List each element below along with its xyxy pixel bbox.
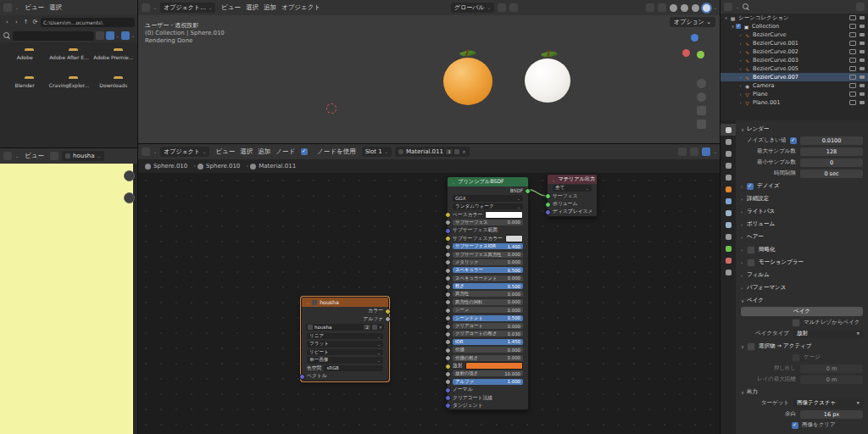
- node-input-row[interactable]: ノーマル ノーマル: [448, 386, 528, 393]
- source-dropdown[interactable]: 単一画像⌄: [302, 356, 388, 364]
- material-datablock[interactable]: Material.011 3 ✕: [395, 147, 470, 157]
- property-row[interactable]: ケージ ▼ ケージ: [736, 352, 868, 363]
- unlink-icon[interactable]: ✕: [379, 325, 382, 330]
- panel-arrow-icon[interactable]: ›: [741, 286, 747, 291]
- input-socket[interactable]: [545, 202, 551, 208]
- chevron-down-icon[interactable]: ⌄: [714, 149, 717, 154]
- properties-tab[interactable]: [721, 183, 736, 195]
- viewport-visibility-icon[interactable]: [849, 66, 856, 71]
- input-socket[interactable]: [445, 315, 451, 321]
- value-field[interactable]: 0 m▼: [800, 364, 863, 373]
- input-socket[interactable]: [445, 339, 451, 345]
- properties-tab[interactable]: [721, 266, 736, 278]
- display-list-icon[interactable]: [96, 31, 104, 40]
- material-output-node[interactable]: ⌄マテリアル出力 全て⌄ サーフェス ボリューム: [547, 174, 598, 217]
- properties-tab[interactable]: [721, 159, 736, 171]
- property-row[interactable]: ∨ 選択物 → アクティブ ▼ 選択物 → アクティブ: [736, 341, 868, 352]
- checkbox[interactable]: [747, 342, 755, 351]
- toggle-perspective-icon[interactable]: [697, 120, 706, 129]
- input-socket[interactable]: [445, 348, 451, 353]
- outliner-item[interactable]: › BezierCurve.005: [721, 64, 868, 73]
- bake-button[interactable]: ベイク: [741, 307, 863, 316]
- outliner-item[interactable]: ∨ シーンコレクション: [721, 14, 868, 22]
- output-socket[interactable]: [385, 309, 391, 314]
- render-visibility-icon[interactable]: [860, 16, 865, 19]
- node-slider[interactable]: メタリック0.000: [453, 259, 523, 265]
- panel-arrow-icon[interactable]: ›: [741, 273, 747, 278]
- axis-y[interactable]: [697, 51, 704, 58]
- panel-arrow-icon[interactable]: ›: [741, 222, 747, 227]
- property-row[interactable]: 押し出し 0 m▼ 押し出し: [736, 363, 868, 374]
- editor-type-icon[interactable]: [724, 3, 732, 11]
- expand-arrow-icon[interactable]: ∨: [730, 24, 736, 29]
- menu-item[interactable]: ビュー: [22, 152, 47, 160]
- node-input-row[interactable]: サブサーフェス範囲 サブサーフェス範囲: [448, 226, 528, 234]
- value-field[interactable]: 画像テクスチャ▼: [793, 399, 863, 408]
- outliner-item[interactable]: ∨ Collection: [721, 22, 868, 31]
- property-row[interactable]: › ボリューム ▼ ボリューム: [736, 219, 868, 230]
- render-visibility-icon[interactable]: [860, 75, 865, 79]
- menu-item[interactable]: 選択: [47, 3, 64, 12]
- property-row[interactable]: ∨ レンダー ▼ レンダー: [736, 124, 868, 135]
- breadcrumb[interactable]: Material.011›: [250, 163, 296, 170]
- input-socket[interactable]: [445, 371, 451, 377]
- options-dropdown[interactable]: オプション ⌄: [670, 17, 715, 27]
- shading-solid-icon[interactable]: [681, 4, 688, 12]
- viewport-visibility-icon[interactable]: [849, 49, 856, 54]
- outliner-item[interactable]: › BezierCurve.001: [721, 39, 868, 47]
- node-input-row[interactable]: クリアコート クリアコート0.000: [448, 322, 528, 330]
- render-visibility-icon[interactable]: [860, 33, 865, 36]
- node-header[interactable]: ⌄マテリアル出力: [548, 175, 597, 184]
- subsurface-method-dropdown[interactable]: ランダムウォーク⌄: [448, 203, 528, 211]
- property-row[interactable]: › モーションブラー ▼ モーションブラー: [736, 257, 868, 268]
- expand-arrow-icon[interactable]: ›: [737, 41, 743, 46]
- folder-item[interactable]: Adobe After E...: [47, 51, 90, 60]
- properties-tab[interactable]: [721, 231, 736, 242]
- checkbox[interactable]: [792, 319, 800, 327]
- chevron-down-icon[interactable]: ⌄: [131, 33, 135, 38]
- checkbox[interactable]: [792, 353, 800, 362]
- editor-type-icon[interactable]: [142, 147, 150, 156]
- node-input-row[interactable]: 伝播の粗さ 伝播の粗さ0.000: [448, 353, 528, 361]
- expand-arrow-icon[interactable]: ›: [737, 66, 743, 71]
- vector-input-socket[interactable]: [299, 374, 305, 380]
- overlay-button[interactable]: [124, 192, 135, 203]
- slot-dropdown[interactable]: Slot 1⌄: [362, 147, 392, 157]
- input-socket[interactable]: [445, 355, 451, 361]
- axis-x[interactable]: [682, 49, 690, 57]
- node-input-row[interactable]: 伝播 伝播0.000: [448, 346, 528, 353]
- node-input-row[interactable]: ベースカラー ベースカラー: [448, 210, 528, 218]
- menu-item[interactable]: 追加: [255, 147, 273, 156]
- property-row[interactable]: マルチレゾからベイク ▼ マルチレゾからベイク: [736, 317, 868, 328]
- menu-item[interactable]: ノード: [273, 147, 298, 156]
- shading-rendered-icon[interactable]: [703, 4, 710, 12]
- colorspace-row[interactable]: 色空間 sRGB: [302, 364, 388, 372]
- search-input[interactable]: [13, 31, 94, 41]
- folder-item[interactable]: CravingExplor...: [47, 79, 90, 88]
- node-input-row[interactable]: サブサーフェスカラー サブサーフェスカラー: [448, 235, 528, 242]
- input-socket[interactable]: [445, 275, 451, 281]
- node-input-row[interactable]: サブサーフェス異方性 サブサーフェス異方性0.000: [448, 250, 528, 258]
- node-slider[interactable]: サブサーフェス異方性0.000: [453, 252, 523, 258]
- expand-arrow-icon[interactable]: ›: [737, 32, 743, 37]
- color-swatch[interactable]: [485, 211, 523, 219]
- snap-magnet-icon[interactable]: [498, 3, 506, 12]
- output-socket[interactable]: [385, 316, 391, 322]
- node-slider[interactable]: 異方性0.000: [453, 291, 523, 297]
- folder-item[interactable]: Blender: [3, 79, 46, 88]
- panel-arrow-icon[interactable]: ∨: [741, 344, 747, 349]
- node-input-row[interactable]: サーフェス: [548, 192, 597, 200]
- node-slider[interactable]: クリアコート0.000: [453, 323, 523, 329]
- shading-wireframe-icon[interactable]: [670, 4, 677, 12]
- node-input-row[interactable]: シーンチント シーンチント0.500: [448, 314, 528, 321]
- node-slider[interactable]: 放射の強さ10.000: [453, 370, 523, 376]
- property-row[interactable]: ∨ ベイク ▼ ベイク: [736, 295, 868, 306]
- value-field[interactable]: 0.0100▼: [800, 136, 863, 145]
- extension-dropdown[interactable]: リピート⌄: [302, 348, 388, 357]
- outliner-item[interactable]: › Camera: [721, 81, 868, 90]
- input-socket[interactable]: [445, 364, 451, 370]
- checkbox[interactable]: [747, 183, 754, 190]
- panel-arrow-icon[interactable]: ›: [741, 260, 747, 265]
- node-input-row[interactable]: スペキュラー スペキュラー0.500: [448, 266, 528, 274]
- principled-bsdf-node[interactable]: ⌄プリンシプルBSDF BSDF GGX⌄ ランダムウォーク⌄ ベースカラー ベ…: [447, 176, 529, 410]
